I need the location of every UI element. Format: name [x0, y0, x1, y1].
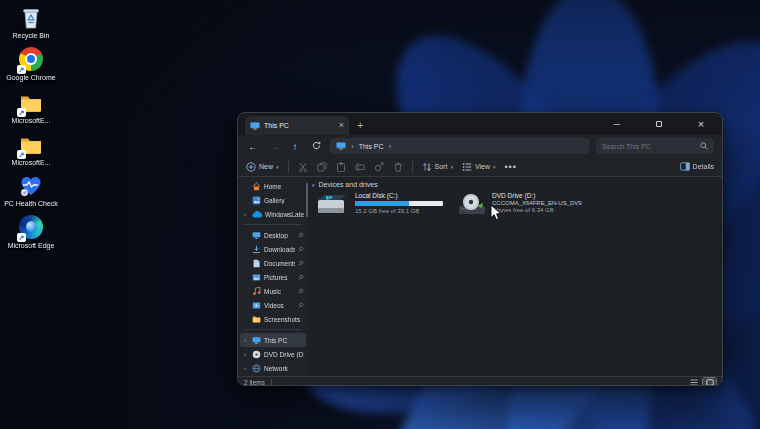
desktop-icon-microsoft-folder-1[interactable]: ↗ MicrosoftE... [4, 90, 58, 125]
search-input[interactable] [602, 143, 700, 150]
address-bar[interactable]: › This PC › [330, 138, 589, 154]
minimize-button[interactable]: ─ [596, 113, 638, 135]
details-pane-toggle[interactable]: Details [680, 162, 714, 171]
expand-chevron-icon[interactable]: › [244, 337, 249, 343]
recycle-bin-icon [18, 5, 44, 31]
pictures-icon [252, 273, 261, 282]
documents-icon [252, 259, 261, 268]
sidebar-item-network[interactable]: › Network [240, 361, 306, 375]
drive-free-space: 0 bytes free of 6.34 GB [492, 207, 582, 213]
this-pc-icon [336, 142, 346, 150]
collapse-chevron-icon[interactable]: ▾ [312, 182, 315, 188]
tab-title: This PC [264, 122, 335, 129]
desktop-icon-label: Google Chrome [4, 74, 58, 82]
disk-usage-fill [355, 201, 409, 206]
downloads-icon [252, 245, 261, 254]
folder-icon: ↗ [18, 90, 44, 116]
address-bar-row: ← → ↑ › This PC › [238, 135, 722, 157]
window-caption-controls: ─ × [596, 113, 722, 135]
sidebar-item-onedrive-windowslatest[interactable]: › WindowsLatest [240, 207, 306, 221]
pin-icon [298, 232, 304, 238]
sidebar-item-home[interactable]: Home [240, 179, 306, 193]
rename-icon [355, 162, 365, 172]
drive-tile-dvd-d[interactable]: DVD Drive (D:) CCCOMA_X64FRE_EN-US_DV9 0… [457, 192, 582, 218]
music-icon [252, 287, 261, 296]
chevron-down-icon: ▾ [276, 164, 279, 170]
item-count: 2 items [244, 379, 265, 386]
more-options-button[interactable]: ••• [504, 162, 516, 172]
drive-name: DVD Drive (D:) [492, 192, 582, 199]
desktop-icon-label: MicrosoftE... [4, 159, 58, 167]
delete-button[interactable] [393, 162, 403, 172]
dvd-disc-icon [252, 350, 261, 359]
expand-chevron-icon[interactable]: › [244, 365, 249, 371]
file-explorer-window: This PC × + ─ × ← → ↑ › [237, 112, 723, 386]
details-pane-icon [680, 162, 690, 171]
search-box[interactable] [596, 138, 714, 154]
volume-label: CCCOMA_X64FRE_EN-US_DV9 [492, 200, 582, 206]
desktop-icon-microsoft-edge[interactable]: ↗ Microsoft Edge [4, 214, 58, 250]
drive-tile-local-disk-c[interactable]: Local Disk (C:) 15.2 GB free of 39.1 GB [314, 192, 443, 218]
sidebar-item-downloads[interactable]: Downloads [240, 242, 306, 256]
folder-icon [252, 315, 261, 323]
sidebar-item-videos[interactable]: Videos [240, 298, 306, 312]
shortcut-arrow-icon: ↗ [17, 108, 26, 117]
navigation-pane: Home WindowsLatest Gallery › [238, 177, 308, 376]
large-icons-view-button[interactable] [703, 378, 716, 387]
search-icon [700, 142, 708, 150]
cut-button[interactable] [298, 162, 308, 172]
sidebar-item-music[interactable]: Music [240, 284, 306, 298]
tab-close-icon[interactable]: × [339, 121, 344, 130]
desktop-icon-recycle-bin[interactable]: Recycle Bin [4, 5, 58, 40]
sort-icon [422, 162, 432, 172]
sidebar-item-documents[interactable]: Documents [240, 256, 306, 270]
new-tab-button[interactable]: + [357, 115, 363, 135]
paste-button[interactable] [336, 162, 346, 172]
sidebar-item-dvd-drive[interactable]: › DVD Drive (D:) C [240, 347, 306, 361]
sidebar-item-this-pc[interactable]: › This PC [240, 333, 306, 347]
group-header-devices-and-drives[interactable]: ▾ Devices and drives [310, 179, 722, 192]
details-view-button[interactable] [687, 378, 700, 387]
sidebar-item-screenshots[interactable]: Screenshots [240, 312, 306, 326]
expand-chevron-icon[interactable]: › [244, 351, 249, 357]
sidebar-divider [244, 329, 302, 330]
new-button[interactable]: New ▾ [246, 162, 279, 172]
desktop: Recycle Bin ↗ Google Chrome ↗ MicrosoftE… [0, 0, 760, 429]
mouse-cursor [490, 204, 502, 225]
desktop-icon-microsoft-folder-2[interactable]: ↗ MicrosoftE... [4, 132, 58, 167]
maximize-button[interactable] [638, 113, 680, 135]
sidebar-item-pictures[interactable]: Pictures [240, 270, 306, 284]
dvd-drive-icon [457, 192, 487, 218]
desktop-icon-pc-health-check[interactable]: PC Health Check [4, 173, 58, 208]
desktop-icon-label: Recycle Bin [4, 32, 58, 40]
trash-icon [393, 162, 403, 172]
pin-icon [298, 302, 304, 308]
disk-usage-bar [355, 201, 443, 206]
copy-button[interactable] [317, 162, 327, 172]
pin-icon [298, 288, 304, 294]
view-icon [462, 162, 472, 172]
network-icon [252, 364, 261, 373]
sidebar-item-desktop[interactable]: Desktop [240, 228, 306, 242]
close-button[interactable]: × [680, 113, 722, 135]
rename-button[interactable] [355, 162, 365, 172]
back-icon[interactable]: ← [246, 141, 260, 152]
sidebar-item-gallery[interactable]: WindowsLatest Gallery [240, 193, 306, 207]
expand-chevron-icon[interactable]: › [244, 211, 249, 217]
up-icon[interactable]: ↑ [288, 141, 302, 152]
refresh-icon[interactable] [309, 141, 323, 152]
onedrive-cloud-icon [252, 211, 262, 218]
desktop-icon-google-chrome[interactable]: ↗ Google Chrome [4, 46, 58, 82]
forward-icon[interactable]: → [267, 141, 281, 152]
breadcrumb-separator: › [351, 142, 354, 151]
view-button[interactable]: View ▾ [462, 162, 496, 172]
sort-button[interactable]: Sort ▾ [422, 162, 453, 172]
breadcrumb-separator[interactable]: › [389, 142, 392, 151]
desktop-icon-label: Microsoft Edge [4, 242, 58, 250]
share-button[interactable] [374, 162, 384, 172]
copy-icon [317, 162, 327, 172]
breadcrumb-this-pc[interactable]: This PC [359, 143, 384, 150]
pin-icon [298, 246, 304, 252]
tab-this-pc[interactable]: This PC × [245, 116, 349, 135]
desktop-icon-label: MicrosoftE... [4, 117, 58, 125]
